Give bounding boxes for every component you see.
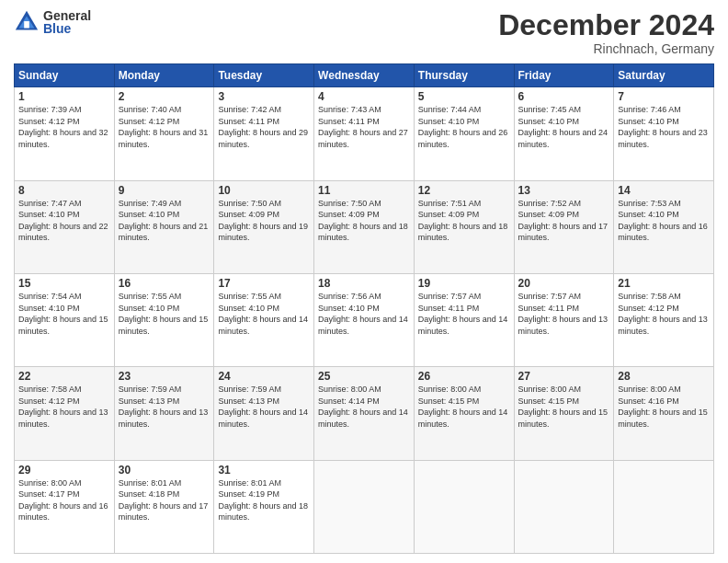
- day-number: 13: [518, 184, 610, 197]
- table-row: 24Sunrise: 7:59 AMSunset: 4:13 PMDayligh…: [214, 367, 314, 460]
- table-row: 30Sunrise: 8:01 AMSunset: 4:18 PMDayligh…: [114, 460, 214, 553]
- day-number: 1: [18, 90, 110, 103]
- table-row: 5Sunrise: 7:44 AMSunset: 4:10 PMDaylight…: [414, 87, 514, 180]
- table-row: [514, 460, 614, 553]
- table-row: 12Sunrise: 7:51 AMSunset: 4:09 PMDayligh…: [414, 180, 514, 273]
- table-row: [614, 460, 714, 553]
- day-info: Sunrise: 7:42 AMSunset: 4:11 PMDaylight:…: [218, 104, 310, 150]
- table-row: 13Sunrise: 7:52 AMSunset: 4:09 PMDayligh…: [514, 180, 614, 273]
- day-number: 20: [518, 277, 610, 290]
- day-number: 14: [618, 184, 710, 197]
- day-info: Sunrise: 8:00 AMSunset: 4:15 PMDaylight:…: [418, 384, 510, 430]
- day-number: 28: [618, 370, 710, 383]
- svg-rect-2: [24, 21, 29, 28]
- day-info: Sunrise: 7:45 AMSunset: 4:10 PMDaylight:…: [518, 104, 610, 150]
- day-info: Sunrise: 8:00 AMSunset: 4:14 PMDaylight:…: [318, 384, 410, 430]
- day-info: Sunrise: 7:53 AMSunset: 4:10 PMDaylight:…: [618, 198, 710, 244]
- table-row: [414, 460, 514, 553]
- table-row: [314, 460, 415, 553]
- header-saturday: Saturday: [614, 64, 714, 87]
- day-info: Sunrise: 7:40 AMSunset: 4:12 PMDaylight:…: [119, 104, 210, 150]
- header-tuesday: Tuesday: [214, 64, 314, 87]
- calendar-week-row: 8Sunrise: 7:47 AMSunset: 4:10 PMDaylight…: [15, 180, 714, 273]
- day-info: Sunrise: 7:58 AMSunset: 4:12 PMDaylight:…: [618, 291, 710, 337]
- day-info: Sunrise: 7:56 AMSunset: 4:10 PMDaylight:…: [318, 291, 410, 337]
- day-info: Sunrise: 7:47 AMSunset: 4:10 PMDaylight:…: [18, 198, 110, 244]
- day-info: Sunrise: 7:54 AMSunset: 4:10 PMDaylight:…: [18, 291, 110, 337]
- table-row: 23Sunrise: 7:59 AMSunset: 4:13 PMDayligh…: [114, 367, 214, 460]
- table-row: 11Sunrise: 7:50 AMSunset: 4:09 PMDayligh…: [314, 180, 415, 273]
- day-info: Sunrise: 7:59 AMSunset: 4:13 PMDaylight:…: [119, 384, 210, 430]
- table-row: 8Sunrise: 7:47 AMSunset: 4:10 PMDaylight…: [15, 180, 115, 273]
- day-number: 11: [318, 184, 410, 197]
- table-row: 19Sunrise: 7:57 AMSunset: 4:11 PMDayligh…: [414, 273, 514, 366]
- day-number: 15: [18, 277, 110, 290]
- day-number: 10: [218, 184, 310, 197]
- day-info: Sunrise: 7:43 AMSunset: 4:11 PMDaylight:…: [318, 104, 410, 150]
- header-thursday: Thursday: [414, 64, 514, 87]
- title-area: December 2024 Rinchnach, Germany: [498, 9, 714, 56]
- day-number: 7: [618, 90, 710, 103]
- header-wednesday: Wednesday: [314, 64, 415, 87]
- table-row: 2Sunrise: 7:40 AMSunset: 4:12 PMDaylight…: [114, 87, 214, 180]
- table-row: 1Sunrise: 7:39 AMSunset: 4:12 PMDaylight…: [15, 87, 115, 180]
- calendar-week-row: 29Sunrise: 8:00 AMSunset: 4:17 PMDayligh…: [15, 460, 714, 553]
- day-number: 3: [218, 90, 310, 103]
- day-number: 22: [18, 370, 110, 383]
- table-row: 17Sunrise: 7:55 AMSunset: 4:10 PMDayligh…: [214, 273, 314, 366]
- day-number: 5: [418, 90, 510, 103]
- calendar-week-row: 22Sunrise: 7:58 AMSunset: 4:12 PMDayligh…: [15, 367, 714, 460]
- calendar-week-row: 15Sunrise: 7:54 AMSunset: 4:10 PMDayligh…: [15, 273, 714, 366]
- day-number: 12: [418, 184, 510, 197]
- day-info: Sunrise: 8:00 AMSunset: 4:15 PMDaylight:…: [518, 384, 610, 430]
- day-info: Sunrise: 7:39 AMSunset: 4:12 PMDaylight:…: [18, 104, 110, 150]
- day-number: 18: [318, 277, 410, 290]
- logo: General Blue: [14, 9, 91, 35]
- table-row: 25Sunrise: 8:00 AMSunset: 4:14 PMDayligh…: [314, 367, 415, 460]
- calendar-header-row: Sunday Monday Tuesday Wednesday Thursday…: [15, 64, 714, 87]
- table-row: 16Sunrise: 7:55 AMSunset: 4:10 PMDayligh…: [114, 273, 214, 366]
- day-number: 27: [518, 370, 610, 383]
- table-row: 21Sunrise: 7:58 AMSunset: 4:12 PMDayligh…: [614, 273, 714, 366]
- table-row: 10Sunrise: 7:50 AMSunset: 4:09 PMDayligh…: [214, 180, 314, 273]
- day-info: Sunrise: 8:01 AMSunset: 4:18 PMDaylight:…: [119, 477, 210, 523]
- header-monday: Monday: [114, 64, 214, 87]
- day-number: 25: [318, 370, 410, 383]
- table-row: 27Sunrise: 8:00 AMSunset: 4:15 PMDayligh…: [514, 367, 614, 460]
- day-number: 30: [119, 464, 210, 477]
- day-number: 19: [418, 277, 510, 290]
- day-number: 26: [418, 370, 510, 383]
- table-row: 14Sunrise: 7:53 AMSunset: 4:10 PMDayligh…: [614, 180, 714, 273]
- logo-blue-text: Blue: [43, 22, 91, 35]
- header-friday: Friday: [514, 64, 614, 87]
- table-row: 28Sunrise: 8:00 AMSunset: 4:16 PMDayligh…: [614, 367, 714, 460]
- day-info: Sunrise: 7:50 AMSunset: 4:09 PMDaylight:…: [318, 198, 410, 244]
- day-info: Sunrise: 7:46 AMSunset: 4:10 PMDaylight:…: [618, 104, 710, 150]
- calendar-table: Sunday Monday Tuesday Wednesday Thursday…: [14, 63, 714, 554]
- day-info: Sunrise: 8:00 AMSunset: 4:17 PMDaylight:…: [18, 477, 110, 523]
- logo-text: General Blue: [43, 9, 91, 35]
- day-number: 6: [518, 90, 610, 103]
- table-row: 26Sunrise: 8:00 AMSunset: 4:15 PMDayligh…: [414, 367, 514, 460]
- day-info: Sunrise: 7:52 AMSunset: 4:09 PMDaylight:…: [518, 198, 610, 244]
- page: General Blue December 2024 Rinchnach, Ge…: [0, 0, 728, 563]
- day-number: 29: [18, 464, 110, 477]
- day-number: 17: [218, 277, 310, 290]
- day-number: 24: [218, 370, 310, 383]
- day-number: 23: [119, 370, 210, 383]
- day-number: 31: [218, 464, 310, 477]
- day-number: 4: [318, 90, 410, 103]
- day-info: Sunrise: 7:44 AMSunset: 4:10 PMDaylight:…: [418, 104, 510, 150]
- table-row: 29Sunrise: 8:00 AMSunset: 4:17 PMDayligh…: [15, 460, 115, 553]
- location: Rinchnach, Germany: [498, 41, 714, 56]
- day-info: Sunrise: 7:50 AMSunset: 4:09 PMDaylight:…: [218, 198, 310, 244]
- table-row: 22Sunrise: 7:58 AMSunset: 4:12 PMDayligh…: [15, 367, 115, 460]
- day-info: Sunrise: 7:51 AMSunset: 4:09 PMDaylight:…: [418, 198, 510, 244]
- day-info: Sunrise: 8:00 AMSunset: 4:16 PMDaylight:…: [618, 384, 710, 430]
- header-sunday: Sunday: [15, 64, 115, 87]
- day-info: Sunrise: 7:58 AMSunset: 4:12 PMDaylight:…: [18, 384, 110, 430]
- day-info: Sunrise: 7:55 AMSunset: 4:10 PMDaylight:…: [218, 291, 310, 337]
- day-info: Sunrise: 7:49 AMSunset: 4:10 PMDaylight:…: [119, 198, 210, 244]
- day-info: Sunrise: 7:57 AMSunset: 4:11 PMDaylight:…: [518, 291, 610, 337]
- table-row: 3Sunrise: 7:42 AMSunset: 4:11 PMDaylight…: [214, 87, 314, 180]
